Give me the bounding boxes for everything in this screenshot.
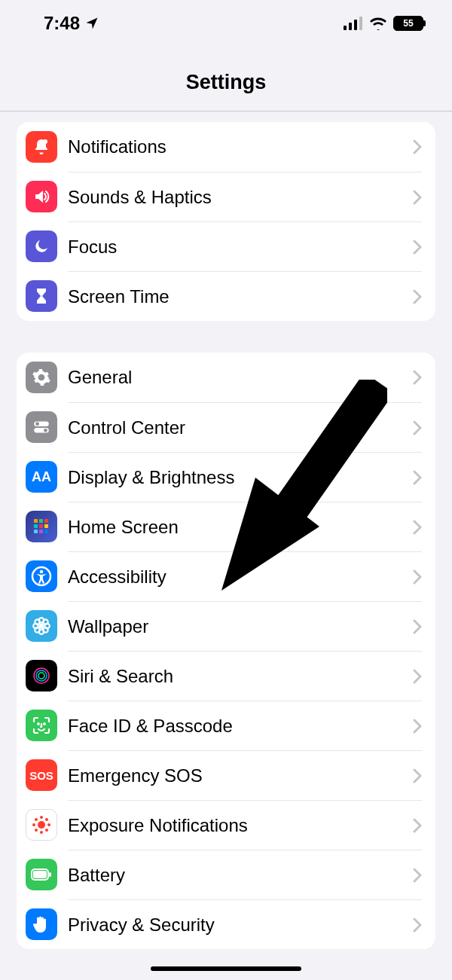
svg-point-28 xyxy=(43,627,47,633)
svg-point-30 xyxy=(36,670,47,681)
svg-point-4 xyxy=(43,139,47,144)
row-label: Notifications xyxy=(68,136,413,157)
svg-rect-44 xyxy=(33,871,47,878)
row-sounds[interactable]: Sounds & Haptics xyxy=(17,172,435,221)
battery-percent: 55 xyxy=(396,18,421,29)
row-wallpaper[interactable]: Wallpaper xyxy=(17,601,435,651)
svg-point-25 xyxy=(35,619,40,624)
svg-point-8 xyxy=(44,429,47,432)
exposure-icon xyxy=(26,809,57,841)
row-label: Siri & Search xyxy=(68,666,413,687)
row-label: Focus xyxy=(68,237,413,258)
row-label: Emergency SOS xyxy=(68,765,413,786)
chevron-right-icon xyxy=(413,420,422,435)
chevron-right-icon xyxy=(413,868,422,883)
status-left: 7:48 xyxy=(44,13,99,34)
row-general[interactable]: General xyxy=(17,353,435,402)
bell-icon xyxy=(26,131,57,163)
svg-point-35 xyxy=(40,816,43,819)
chevron-right-icon xyxy=(413,719,422,734)
app-grid-icon xyxy=(26,511,57,542)
svg-point-38 xyxy=(47,823,50,826)
svg-point-42 xyxy=(45,829,48,832)
row-faceid[interactable]: Face ID & Passcode xyxy=(17,701,435,750)
svg-point-27 xyxy=(35,627,40,633)
svg-rect-10 xyxy=(39,519,43,523)
svg-point-33 xyxy=(44,723,45,725)
row-label: Screen Time xyxy=(68,286,413,307)
row-battery[interactable]: Battery xyxy=(17,850,435,899)
gear-icon xyxy=(26,362,57,393)
row-home-screen[interactable]: Home Screen xyxy=(17,502,435,551)
header-divider xyxy=(0,111,452,111)
chevron-right-icon xyxy=(413,619,422,634)
svg-point-40 xyxy=(45,818,48,821)
home-indicator[interactable] xyxy=(151,966,301,971)
row-accessibility[interactable]: Accessibility xyxy=(17,551,435,601)
accessibility-icon xyxy=(26,560,57,592)
status-time: 7:48 xyxy=(44,13,80,34)
chevron-right-icon xyxy=(413,370,422,385)
svg-rect-2 xyxy=(354,20,357,30)
svg-point-37 xyxy=(32,823,35,826)
hourglass-icon xyxy=(26,280,57,312)
chevron-right-icon xyxy=(413,669,422,684)
row-label: Wallpaper xyxy=(68,616,413,637)
svg-rect-3 xyxy=(359,17,362,30)
row-notifications[interactable]: Notifications xyxy=(17,122,435,172)
siri-icon xyxy=(26,660,57,691)
speaker-icon xyxy=(26,181,57,212)
svg-point-34 xyxy=(38,821,45,829)
row-focus[interactable]: Focus xyxy=(17,221,435,271)
row-display[interactable]: AA Display & Brightness xyxy=(17,452,435,502)
svg-point-36 xyxy=(40,831,43,834)
chevron-right-icon xyxy=(413,190,422,205)
page-header: Settings xyxy=(0,47,452,111)
location-arrow-icon xyxy=(84,16,99,31)
row-label: General xyxy=(68,367,413,388)
row-label: Home Screen xyxy=(68,517,413,538)
row-label: Control Center xyxy=(68,417,413,438)
row-label: Exposure Notifications xyxy=(68,815,413,836)
svg-rect-11 xyxy=(44,519,48,523)
row-exposure[interactable]: Exposure Notifications xyxy=(17,800,435,850)
svg-point-20 xyxy=(39,624,44,629)
row-siri[interactable]: Siri & Search xyxy=(17,651,435,701)
svg-rect-17 xyxy=(44,530,48,533)
cellular-signal-icon xyxy=(344,17,363,30)
settings-group-2: General Control Center AA Display & Brig… xyxy=(17,353,435,949)
row-label: Battery xyxy=(68,865,413,886)
chevron-right-icon xyxy=(413,917,422,933)
battery-icon: 55 xyxy=(393,16,423,31)
svg-rect-13 xyxy=(39,524,43,528)
row-label: Accessibility xyxy=(68,566,413,588)
svg-rect-15 xyxy=(34,530,38,533)
row-control-center[interactable]: Control Center xyxy=(17,402,435,452)
svg-rect-45 xyxy=(49,872,51,877)
flower-icon xyxy=(26,610,57,642)
sos-icon: SOS xyxy=(26,759,57,791)
svg-point-32 xyxy=(38,723,39,725)
svg-point-39 xyxy=(35,818,38,821)
chevron-right-icon xyxy=(413,520,422,535)
row-sos[interactable]: SOS Emergency SOS xyxy=(17,750,435,800)
row-screentime[interactable]: Screen Time xyxy=(17,271,435,321)
hand-icon xyxy=(26,908,57,940)
svg-rect-16 xyxy=(39,530,43,533)
settings-group-1: Notifications Sounds & Haptics Focus Scr… xyxy=(17,122,435,321)
status-bar: 7:48 55 xyxy=(0,0,452,47)
svg-rect-9 xyxy=(34,519,38,523)
text-size-icon: AA xyxy=(26,461,57,493)
toggles-icon xyxy=(26,411,57,443)
row-label: Display & Brightness xyxy=(68,467,413,488)
row-privacy[interactable]: Privacy & Security xyxy=(17,899,435,949)
chevron-right-icon xyxy=(413,470,422,485)
svg-point-31 xyxy=(38,673,44,679)
page-title: Settings xyxy=(0,71,452,94)
row-label: Face ID & Passcode xyxy=(68,716,413,737)
row-label: Privacy & Security xyxy=(68,914,413,936)
svg-point-26 xyxy=(43,619,47,624)
battery-icon xyxy=(26,859,57,890)
svg-rect-12 xyxy=(34,524,38,528)
face-id-icon xyxy=(26,710,57,741)
